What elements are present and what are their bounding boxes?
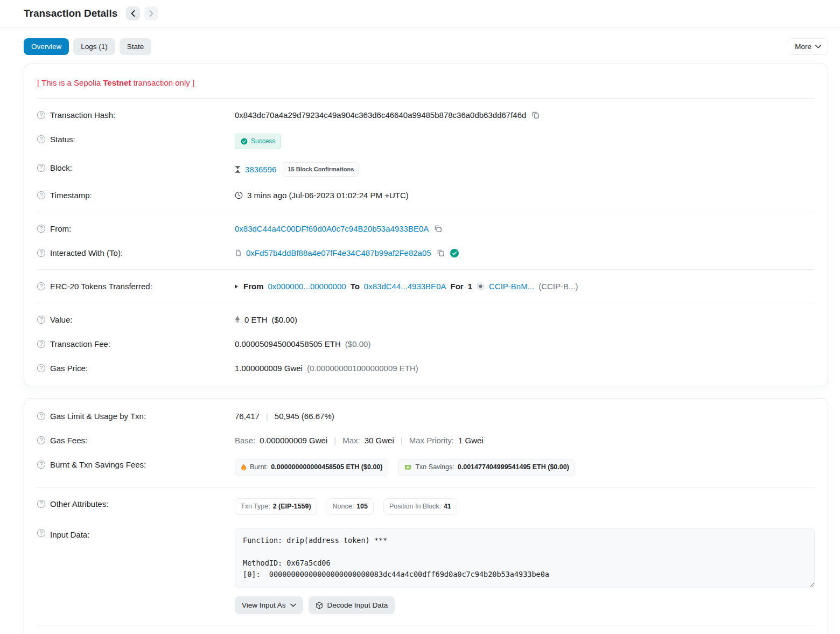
copy-icon[interactable] (530, 111, 541, 119)
txn-type-value: 2 (EIP-1559) (273, 502, 311, 512)
gas-price-value: 1.000000009 Gwei (235, 363, 303, 374)
row-burnt-savings: ? Burnt & Txn Savings Fees: Burnt: 0.000… (37, 452, 815, 483)
tab-overview[interactable]: Overview (24, 38, 69, 55)
separator: | (332, 435, 338, 446)
help-icon[interactable]: ? (37, 191, 45, 199)
input-data-textarea[interactable]: Function: drip(address token) *** Method… (235, 528, 815, 588)
to-address-link[interactable]: 0xFd57b4ddBf88a4e07fF4e34C487b99af2Fe82a… (246, 247, 431, 259)
row-value: ? Value: 0 ETH ($0.00) (37, 308, 815, 332)
chevron-right-icon (149, 10, 153, 17)
chevron-left-icon (131, 10, 135, 17)
notice-bold: Testnet (103, 78, 131, 87)
base-fee-value: 0.000000009 Gwei (260, 435, 327, 446)
expand-caret-icon[interactable] (235, 284, 238, 289)
details-card: ? Gas Limit & Usage by Txn: 76,417 | 50,… (24, 398, 828, 634)
token-name-link[interactable]: CCIP-BnM... (489, 281, 534, 292)
position-in-block-badge: Position In Block: 41 (383, 498, 457, 515)
copy-icon[interactable] (433, 225, 443, 233)
help-icon[interactable]: ? (37, 111, 45, 119)
block-number-link[interactable]: 3836596 (245, 164, 276, 175)
overview-card: [ This is a Sepolia Testnet transaction … (24, 64, 828, 386)
interacted-with-label: Interacted With (To): (50, 247, 123, 259)
erc20-to-word: To (351, 281, 360, 292)
erc20-transfer-item: From 0x000000...00000000 To 0x83dC44...4… (235, 281, 815, 292)
help-icon[interactable]: ? (37, 164, 45, 172)
help-icon[interactable]: ? (37, 225, 45, 233)
cube-icon (316, 602, 323, 609)
max-fee-value: 30 Gwei (365, 435, 394, 446)
divider (37, 98, 815, 99)
input-data-label: Input Data: (50, 529, 89, 540)
row-input-data: ? Input Data: Function: drip(address tok… (37, 521, 815, 621)
txn-savings-badge: Txn Savings: 0.001477404999541495 ETH ($… (398, 459, 575, 476)
decode-input-data-button[interactable]: Decode Input Data (309, 596, 395, 614)
status-label: Status: (50, 134, 75, 145)
timestamp-value: 3 mins ago (Jul-06-2023 01:02:24 PM +UTC… (247, 190, 409, 201)
transaction-fee-value: 0.000050945000458505 ETH (235, 338, 341, 350)
max-priority-value: 1 Gwei (458, 435, 484, 446)
tab-logs[interactable]: Logs (1) (73, 38, 115, 55)
value-label: Value: (50, 314, 72, 325)
divider (37, 487, 815, 487)
row-timestamp: ? Timestamp: 3 mins ago (Jul-06-2023 01:… (37, 183, 815, 207)
row-block: ? Block: 3836596 15 Block Confirmations (37, 156, 815, 183)
eth-diamond-icon (235, 316, 240, 324)
clock-icon (235, 191, 243, 199)
gas-price-eth: (0.000000001000000009 ETH) (307, 363, 418, 374)
gas-limit-value: 76,417 (235, 410, 260, 422)
base-fee-label: Base: (235, 435, 255, 446)
row-gas-limit: ? Gas Limit & Usage by Txn: 76,417 | 50,… (37, 404, 815, 428)
view-input-as-button[interactable]: View Input As (235, 596, 303, 614)
help-icon[interactable]: ? (37, 529, 45, 537)
tab-state[interactable]: State (120, 38, 152, 55)
status-badge: Success (235, 134, 281, 149)
help-icon[interactable]: ? (37, 364, 45, 372)
input-data-actions: View Input As Decode Input Data (235, 596, 815, 614)
chevron-down-icon (815, 45, 821, 48)
help-icon[interactable]: ? (37, 436, 45, 444)
divider (37, 269, 815, 270)
nonce-value: 105 (356, 502, 368, 512)
burnt-badge-value: 0.000000000000458505 ETH ($0.00) (271, 463, 382, 472)
check-circle-icon (241, 138, 248, 145)
hourglass-icon (235, 166, 241, 173)
row-transaction-hash: ? Transaction Hash: 0x843dc70a4a29d79234… (37, 103, 815, 127)
help-icon[interactable]: ? (37, 340, 45, 348)
divider (37, 625, 815, 625)
status-badge-text: Success (251, 137, 275, 146)
more-dropdown-button[interactable]: More (788, 38, 828, 55)
prev-transaction-button[interactable] (126, 6, 140, 20)
help-icon[interactable]: ? (37, 282, 45, 290)
view-input-as-label: View Input As (242, 601, 286, 609)
from-address-link[interactable]: 0x83dC44a4C00DFf69d0A0c7c94B20b53a4933BE… (235, 223, 429, 234)
row-gas-fees: ? Gas Fees: Base: 0.000000009 Gwei | Max… (37, 428, 815, 452)
help-icon[interactable]: ? (37, 316, 45, 324)
notice-pre: [ This is a Sepolia (37, 78, 103, 87)
help-icon[interactable]: ? (37, 249, 45, 257)
help-icon[interactable]: ? (37, 412, 45, 420)
nonce-label: Nonce: (333, 502, 354, 512)
erc20-to-address-link[interactable]: 0x83dC44...4933BE0A (364, 281, 446, 292)
gas-price-label: Gas Price: (50, 363, 88, 374)
notice-post: transaction only ] (131, 78, 195, 87)
nonce-badge: Nonce: 105 (327, 498, 374, 515)
erc20-amount: 1 (468, 281, 472, 292)
transaction-hash-label: Transaction Hash: (50, 109, 115, 121)
burnt-savings-label: Burnt & Txn Savings Fees: (50, 459, 146, 470)
next-transaction-button[interactable] (144, 6, 158, 20)
other-attributes-label: Other Attributes: (50, 498, 108, 510)
erc20-from-address-link[interactable]: 0x000000...00000000 (268, 281, 346, 292)
position-label: Position In Block: (389, 502, 441, 512)
testnet-notice: [ This is a Sepolia Testnet transaction … (37, 69, 815, 94)
copy-icon[interactable] (436, 249, 446, 257)
help-icon[interactable]: ? (37, 461, 45, 469)
page-header: Transaction Details (0, 0, 840, 27)
burnt-fee-badge: Burnt: 0.000000000000458505 ETH ($0.00) (235, 459, 388, 476)
help-icon[interactable]: ? (37, 500, 45, 508)
block-confirmations-badge: 15 Block Confirmations (283, 162, 359, 177)
page-title: Transaction Details (24, 8, 117, 19)
max-fee-label: Max: (342, 435, 360, 446)
burnt-badge-label: Burnt: (250, 463, 268, 472)
tab-bar: Overview Logs (1) State More (0, 27, 840, 64)
help-icon[interactable]: ? (37, 135, 45, 143)
